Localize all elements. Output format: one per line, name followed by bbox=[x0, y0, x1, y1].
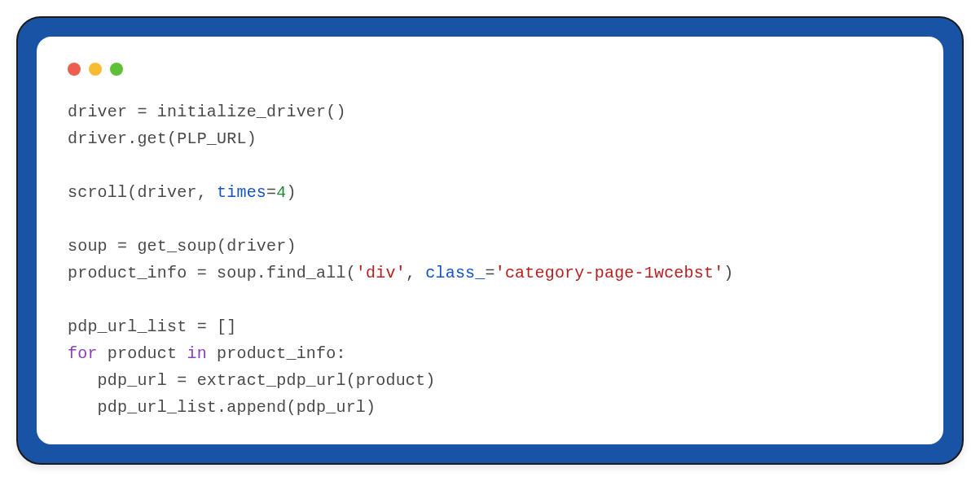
code-text: product bbox=[98, 344, 187, 363]
code-text: = bbox=[486, 264, 495, 282]
code-number: 4 bbox=[276, 183, 286, 202]
code-string: 'div' bbox=[356, 264, 406, 282]
code-line: scroll(driver, times=4) bbox=[68, 183, 297, 202]
code-window-frame: driver = initialize_driver() driver.get(… bbox=[16, 16, 964, 465]
code-text: product_info = soup.find_all( bbox=[68, 264, 356, 282]
window-controls bbox=[68, 63, 912, 76]
close-icon[interactable] bbox=[68, 63, 81, 76]
code-line: soup = get_soup(driver) bbox=[68, 237, 297, 256]
code-named-arg: times bbox=[217, 183, 266, 202]
maximize-icon[interactable] bbox=[110, 63, 123, 76]
code-line: pdp_url = extract_pdp_url(product) bbox=[68, 371, 435, 390]
code-text: , bbox=[406, 264, 425, 282]
code-text: ) bbox=[723, 264, 733, 282]
code-window-inner: driver = initialize_driver() driver.get(… bbox=[37, 37, 943, 444]
code-line: driver.get(PLP_URL) bbox=[68, 129, 257, 148]
minimize-icon[interactable] bbox=[89, 63, 102, 76]
code-line: pdp_url_list.append(pdp_url) bbox=[68, 398, 376, 417]
code-line: pdp_url_list = [] bbox=[68, 317, 236, 336]
code-line: product_info = soup.find_all('div', clas… bbox=[68, 264, 734, 282]
code-string: 'category-page-1wcebst' bbox=[495, 264, 724, 282]
code-keyword: for bbox=[68, 344, 98, 363]
code-block: driver = initialize_driver() driver.get(… bbox=[68, 98, 912, 421]
code-text: ) bbox=[286, 183, 296, 202]
code-keyword: in bbox=[187, 344, 206, 363]
code-named-arg: class_ bbox=[425, 264, 485, 282]
code-line: driver = initialize_driver() bbox=[68, 103, 346, 121]
code-text: = bbox=[266, 183, 276, 202]
code-line: for product in product_info: bbox=[68, 344, 346, 363]
code-text: scroll(driver, bbox=[68, 183, 217, 202]
code-text: product_info: bbox=[207, 344, 346, 363]
